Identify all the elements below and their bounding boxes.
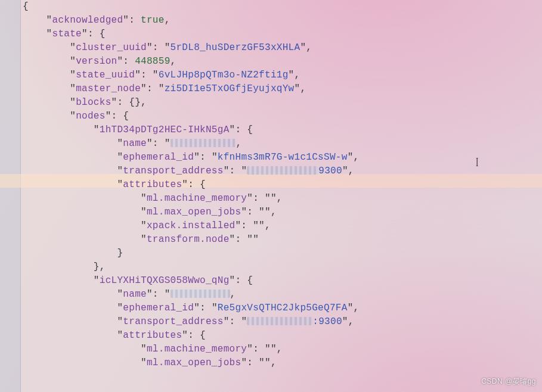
node1-id: 1hTD34pDTg2HEC-IHkN5gA <box>100 125 230 135</box>
key-xpack: xpack.installed <box>147 220 236 231</box>
val-master-node: zi5DI1e5TxOGfjEyujxqYw <box>165 83 295 94</box>
val-acknowledged: true <box>141 15 165 26</box>
json-code-block[interactable]: { "acknowledged": true, "state": { "clus… <box>23 0 542 370</box>
val-ephemeral-id-1: kfnHms3mR7G-w1c1CsSW-w <box>218 152 348 163</box>
key-name: name <box>123 138 147 149</box>
csdn-watermark: CSDN @晏璿gg <box>481 375 536 388</box>
key-attributes2: attributes <box>123 330 182 341</box>
val-cluster-uuid: 5rDL8_huSDerzGF53xXHLA <box>171 42 301 53</box>
val-transport-suffix-2: :9300 <box>312 316 342 327</box>
key-ml-jobs: ml.max_open_jobs <box>147 207 241 217</box>
key-ephemeral-id: ephemeral_id <box>123 152 194 163</box>
key-blocks: blocks <box>76 97 111 108</box>
key-ml-mem2: ml.machine_memory <box>147 344 247 354</box>
key-master-node: master_node <box>76 83 141 94</box>
key-transport-address: transport_address <box>123 166 223 176</box>
key-acknowledged: acknowledged <box>52 15 123 26</box>
key-cluster-uuid: cluster_uuid <box>76 42 147 53</box>
redacted-name-1 <box>171 139 236 147</box>
line-gutter <box>0 0 21 392</box>
key-nodes: nodes <box>76 111 106 122</box>
key-version: version <box>76 56 117 67</box>
key-name2: name <box>123 289 147 300</box>
key-transform: transform.node <box>147 234 230 245</box>
key-transport-address2: transport_address <box>123 316 223 327</box>
key-ml-jobs2: ml.max_open_jobs <box>147 357 241 368</box>
key-ml-mem: ml.machine_memory <box>147 193 247 204</box>
val-transport-suffix-1: 9300 <box>318 166 342 176</box>
val-ephemeral-id-2: Re5gxVsQTHC2Jkp5GeQ7FA <box>218 303 348 313</box>
key-state-uuid: state_uuid <box>76 70 135 80</box>
key-ephemeral-id2: ephemeral_id <box>123 303 194 313</box>
val-state-uuid: 6vLJHp8pQTm3o-NZ2fti1g <box>159 70 289 80</box>
val-blocks: {} <box>129 97 141 108</box>
key-state: state <box>52 29 82 39</box>
redacted-name-2 <box>171 290 230 298</box>
redacted-ip-1 <box>247 166 318 175</box>
val-version: 448859 <box>135 56 170 67</box>
node2-id: icLYXHiTQXGS058Wwo_qNg <box>100 275 230 286</box>
redacted-ip-2 <box>247 317 312 325</box>
key-attributes: attributes <box>123 179 182 190</box>
